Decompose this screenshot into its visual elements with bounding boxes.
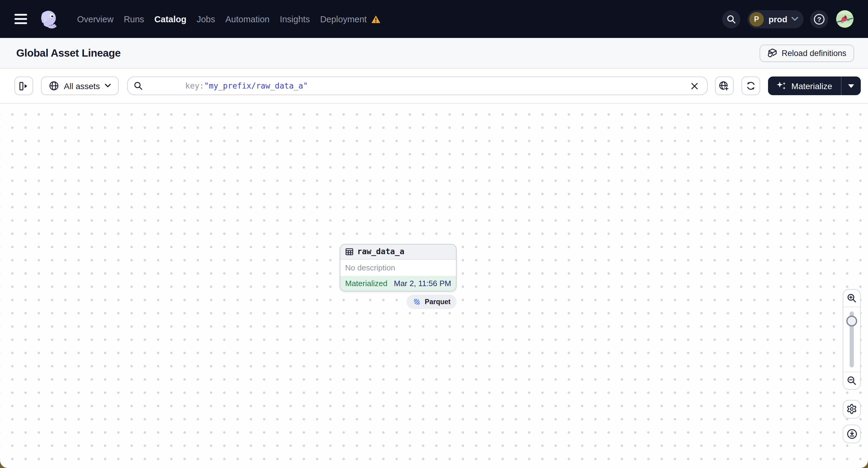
search-query-prefix: key:: [185, 81, 204, 90]
nav-item-insights[interactable]: Insights: [280, 14, 310, 24]
page-header: Global Asset Lineage Reload definitions: [0, 38, 868, 69]
clear-search-button[interactable]: [688, 79, 701, 92]
refresh-icon: [746, 81, 756, 91]
materialize-label: Materialize: [792, 81, 832, 91]
asset-name: raw_data_a: [357, 247, 404, 256]
download-icon: [846, 428, 858, 439]
help-icon: ?: [813, 13, 825, 25]
asset-description: No description: [345, 263, 395, 272]
materialize-button-group: Materialize: [768, 76, 861, 95]
nav-item-jobs[interactable]: Jobs: [197, 14, 215, 24]
deployment-switcher[interactable]: P prod: [747, 10, 804, 28]
global-search-button[interactable]: [722, 10, 740, 28]
search-icon: [726, 14, 736, 24]
asset-status-label: Materialized: [345, 279, 387, 288]
asset-scope-dropdown[interactable]: All assets: [41, 76, 119, 95]
refresh-button[interactable]: [742, 76, 760, 95]
zoom-slider[interactable]: [843, 307, 860, 372]
caret-down-icon: [848, 84, 854, 88]
chevron-down-icon: [105, 84, 111, 88]
asset-kind-label: Parquet: [425, 298, 451, 305]
svg-text:?: ?: [817, 15, 821, 23]
asset-kind-tag-parquet[interactable]: Parquet: [407, 294, 457, 309]
sparkles-icon: [776, 81, 787, 91]
lineage-canvas[interactable]: raw_data_a No description Materialized M…: [0, 103, 868, 468]
graph-settings-button[interactable]: [843, 400, 861, 418]
materialize-button[interactable]: Materialize: [768, 76, 841, 95]
lineage-toolbar: All assets key:"my_prefix/raw_data_a": [0, 69, 868, 103]
deployment-name: prod: [769, 14, 787, 24]
asset-node-raw-data-a[interactable]: raw_data_a No description Materialized M…: [340, 244, 457, 291]
help-button[interactable]: ?: [810, 10, 828, 28]
zoom-control-group: [843, 289, 861, 390]
close-icon: [691, 82, 698, 89]
nav-item-automation[interactable]: Automation: [225, 14, 270, 24]
materialize-options-button[interactable]: [841, 76, 861, 95]
page-title: Global Asset Lineage: [16, 47, 121, 59]
reload-definitions-icon: [767, 48, 777, 58]
app-window: Overview Runs Catalog Jobs Automation In…: [0, 0, 868, 468]
table-icon: [345, 248, 353, 256]
warning-icon: [371, 15, 381, 23]
download-image-button[interactable]: [843, 424, 861, 443]
zoom-out-button[interactable]: [843, 372, 860, 389]
zoom-in-icon: [847, 293, 857, 303]
nav-item-overview[interactable]: Overview: [77, 14, 114, 24]
zoom-out-icon: [847, 376, 857, 385]
parquet-icon: [413, 298, 421, 306]
dagster-logo[interactable]: [38, 9, 59, 29]
asset-scope-label: All assets: [64, 81, 100, 91]
open-left-panel-button[interactable]: [14, 76, 33, 95]
asset-node-header: raw_data_a: [340, 244, 456, 259]
chevron-down-icon: [792, 17, 798, 21]
search-query-value: "my_prefix/raw_data_a": [204, 81, 308, 90]
view-full-graph-button[interactable]: [715, 76, 734, 95]
nav-item-catalog[interactable]: Catalog: [155, 14, 186, 24]
nav-item-runs[interactable]: Runs: [124, 14, 144, 24]
zoom-slider-handle[interactable]: [846, 316, 857, 326]
deployment-initial-badge: P: [749, 12, 764, 26]
nav-item-deployment[interactable]: Deployment: [320, 14, 381, 24]
asset-search-input[interactable]: key:"my_prefix/raw_data_a": [127, 76, 708, 95]
hamburger-menu-icon[interactable]: [14, 14, 27, 24]
canvas-rounded-corner-left: [0, 460, 8, 468]
top-nav: Overview Runs Catalog Jobs Automation In…: [0, 0, 868, 38]
gear-icon: [846, 404, 857, 414]
globe-icon: [49, 81, 59, 91]
panel-expand-icon: [19, 81, 29, 91]
asset-node-body: No description: [340, 259, 456, 276]
user-avatar[interactable]: [836, 10, 854, 28]
asset-materialized-timestamp: Mar 2, 11:56 PM: [394, 279, 451, 288]
primary-nav: Overview Runs Catalog Jobs Automation In…: [77, 14, 381, 24]
reload-definitions-label: Reload definitions: [781, 49, 846, 58]
search-icon: [134, 81, 143, 90]
reload-definitions-button[interactable]: Reload definitions: [759, 44, 854, 62]
asset-node-status-bar: Materialized Mar 2, 11:56 PM: [340, 276, 456, 291]
canvas-rounded-corner-right: [860, 460, 868, 468]
globe-plus-icon: [719, 81, 730, 91]
nav-right-cluster: P prod ?: [722, 10, 854, 28]
zoom-in-button[interactable]: [843, 290, 860, 307]
